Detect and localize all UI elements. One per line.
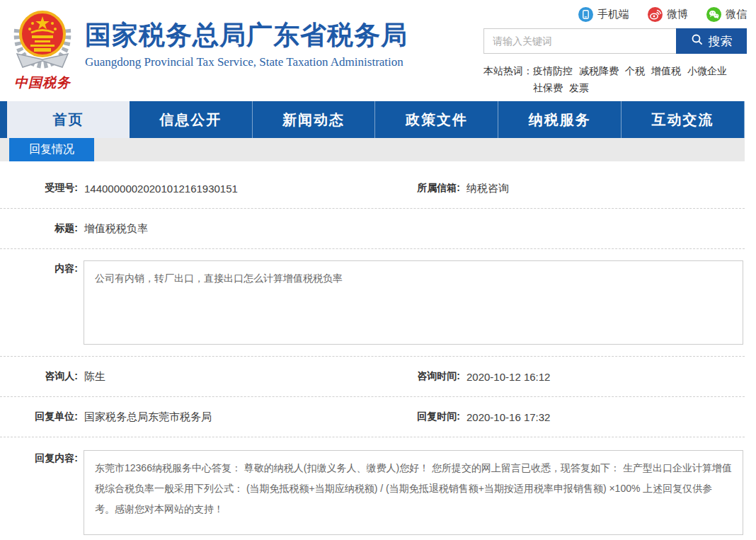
row-reply-content: 回复内容: 东莞市12366纳税服务中心答复： 尊敬的纳税人(扣缴义务人、缴费人… bbox=[0, 437, 745, 539]
title-value: 增值税税负率 bbox=[84, 222, 148, 236]
hotword-link[interactable]: 个税 bbox=[625, 62, 645, 79]
hotwords-list: 疫情防控 减税降费 个税 增值税 小微企业 社保费 发票 bbox=[533, 62, 747, 96]
tab-news[interactable]: 新闻动态 bbox=[252, 101, 375, 138]
weibo-label: 微博 bbox=[667, 8, 688, 21]
accept-no-label: 受理号: bbox=[0, 182, 78, 195]
content-label: 内容: bbox=[0, 260, 78, 275]
site-logo[interactable]: 中国税务 bbox=[7, 4, 78, 92]
hotword-link[interactable]: 发票 bbox=[569, 79, 589, 96]
subnav-bar: 回复情况 bbox=[0, 138, 745, 161]
hotword-link[interactable]: 小微企业 bbox=[687, 62, 727, 79]
mailbox-value: 纳税咨询 bbox=[466, 182, 509, 195]
reply-detail-form: 受理号: 14400000020201012161930151 所属信箱: 纳税… bbox=[0, 161, 745, 539]
mailbox-cell: 所属信箱: 纳税咨询 bbox=[382, 182, 509, 195]
hotword-link[interactable]: 社保费 bbox=[533, 79, 563, 96]
hotwords-label: 本站热词： bbox=[483, 62, 533, 96]
tab-info-disclosure[interactable]: 信息公开 bbox=[130, 101, 252, 138]
title-cell: 标题: 增值税税负率 bbox=[0, 222, 148, 236]
search-icon bbox=[691, 33, 704, 50]
content-box: 公司有内销，转厂出口，直接出口怎么计算增值税税负率 bbox=[84, 260, 743, 345]
hotword-link[interactable]: 减税降费 bbox=[579, 62, 619, 79]
wechat-link[interactable]: 微信 bbox=[706, 7, 747, 22]
consultant-label: 咨询人: bbox=[0, 370, 78, 383]
reply-status-tab[interactable]: 回复情况 bbox=[9, 138, 94, 161]
tab-home[interactable]: 首页 bbox=[7, 101, 130, 138]
reply-time-label: 回复时间: bbox=[382, 410, 460, 423]
reply-time-cell: 回复时间: 2020-10-16 17:32 bbox=[382, 410, 550, 423]
consult-time-cell: 咨询时间: 2020-10-12 16:12 bbox=[382, 370, 550, 383]
search-bar: 搜索 bbox=[483, 28, 747, 54]
tax-emblem-icon bbox=[10, 4, 75, 72]
row-content: 内容: 公司有内销，转厂出口，直接出口怎么计算增值税税负率 bbox=[0, 249, 745, 357]
title-block: 国家税务总局广东省税务局 Guangdong Provincial Tax Se… bbox=[85, 20, 408, 69]
weibo-icon bbox=[648, 7, 663, 22]
hotword-link[interactable]: 疫情防控 bbox=[533, 62, 573, 79]
reply-content-box: 东莞市12366纳税服务中心答复： 尊敬的纳税人(扣缴义务人、缴费人)您好！ 您… bbox=[84, 450, 743, 535]
wechat-label: 微信 bbox=[726, 8, 747, 21]
consult-time-value: 2020-10-12 16:12 bbox=[466, 371, 550, 383]
reply-unit-cell: 回复单位: 国家税务总局东莞市税务局 bbox=[0, 410, 382, 424]
tab-interaction[interactable]: 互动交流 bbox=[621, 101, 745, 138]
mobile-link[interactable]: 手机端 bbox=[578, 7, 629, 22]
consultant-value: 陈生 bbox=[84, 370, 105, 384]
page: 中国税务 国家税务总局广东省税务局 Guangdong Provincial T… bbox=[0, 0, 756, 539]
reply-unit-value: 国家税务总局东莞市税务局 bbox=[84, 410, 212, 424]
mobile-label: 手机端 bbox=[597, 8, 629, 21]
weibo-link[interactable]: 微博 bbox=[648, 7, 688, 22]
mobile-icon bbox=[578, 7, 593, 22]
site-subtitle-english: Guangdong Provincial Tax Service, State … bbox=[85, 55, 408, 69]
hotword-link[interactable]: 增值税 bbox=[651, 62, 681, 79]
logo-text: 中国税务 bbox=[7, 74, 78, 92]
accept-no-cell: 受理号: 14400000020201012161930151 bbox=[0, 182, 382, 195]
search-button-label: 搜索 bbox=[709, 33, 733, 50]
tab-policy-documents[interactable]: 政策文件 bbox=[374, 101, 498, 138]
search-button[interactable]: 搜索 bbox=[676, 28, 747, 54]
site-header: 中国税务 国家税务总局广东省税务局 Guangdong Provincial T… bbox=[0, 0, 756, 101]
consultant-cell: 咨询人: 陈生 bbox=[0, 370, 382, 384]
site-title: 国家税务总局广东省税务局 bbox=[85, 20, 408, 51]
search-input[interactable] bbox=[483, 28, 676, 54]
wechat-icon bbox=[706, 7, 721, 22]
reply-time-value: 2020-10-16 17:32 bbox=[466, 411, 550, 423]
reply-unit-label: 回复单位: bbox=[0, 410, 78, 423]
main-nav: 首页 信息公开 新闻动态 政策文件 纳税服务 互动交流 bbox=[0, 101, 745, 138]
header-right: 手机端 微博 微信 bbox=[483, 6, 747, 96]
mailbox-label: 所属信箱: bbox=[382, 182, 460, 195]
row-consultant: 咨询人: 陈生 咨询时间: 2020-10-12 16:12 bbox=[0, 357, 745, 397]
consult-time-label: 咨询时间: bbox=[382, 370, 460, 383]
social-links: 手机端 微博 微信 bbox=[483, 6, 747, 23]
accept-no-value: 14400000020201012161930151 bbox=[84, 183, 238, 195]
row-accept-no: 受理号: 14400000020201012161930151 所属信箱: 纳税… bbox=[0, 168, 745, 209]
reply-content-label: 回复内容: bbox=[0, 450, 78, 465]
row-title: 标题: 增值税税负率 bbox=[0, 209, 745, 249]
row-reply-unit: 回复单位: 国家税务总局东莞市税务局 回复时间: 2020-10-16 17:3… bbox=[0, 397, 745, 437]
hotwords: 本站热词： 疫情防控 减税降费 个税 增值税 小微企业 社保费 发票 bbox=[483, 62, 747, 96]
tab-tax-services[interactable]: 纳税服务 bbox=[498, 101, 621, 138]
title-label: 标题: bbox=[0, 222, 78, 235]
